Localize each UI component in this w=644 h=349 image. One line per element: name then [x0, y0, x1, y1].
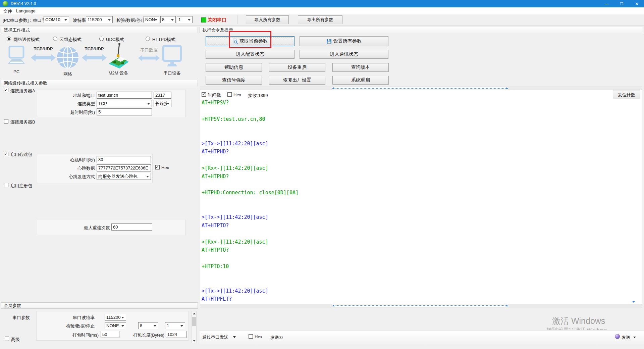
toolbar-separator	[237, 15, 237, 24]
radio-udc-mode[interactable]	[99, 37, 104, 41]
parity-select[interactable]: NONI	[144, 16, 159, 23]
maximize-button[interactable]: ❐	[614, 0, 629, 7]
server-b-checkbox[interactable]	[4, 119, 8, 123]
scroll-down-icon[interactable]	[193, 340, 196, 342]
com-port-value: COM10	[44, 17, 64, 22]
scroll-right-marker-icon[interactable]	[505, 305, 508, 306]
timeout-input[interactable]: 5	[97, 108, 152, 115]
send-hex-label: Hex	[255, 334, 262, 339]
enter-comm-button[interactable]: 进入通讯状态	[300, 50, 388, 59]
radio-httpd-label[interactable]: HTTPD模式	[152, 37, 175, 43]
m2m-device-icon	[107, 43, 130, 71]
send-hex-checkbox[interactable]	[249, 334, 253, 339]
scroll-left-marker-icon[interactable]	[332, 305, 335, 306]
pack-len-input[interactable]: 1024	[166, 331, 186, 338]
register-label: 启用注册包	[10, 183, 32, 189]
scroll-up-icon[interactable]	[193, 313, 196, 314]
com-port-select[interactable]: COM10	[44, 16, 69, 23]
menu-language[interactable]: Language	[16, 8, 36, 13]
log-line	[202, 181, 621, 189]
radio-cloud-mode[interactable]	[53, 37, 57, 41]
set-all-params-button[interactable]: 设置所有参数	[300, 36, 388, 46]
log-line	[202, 279, 621, 287]
server-address-input[interactable]: test.usr.cn	[97, 92, 152, 99]
log-line: +HTPSV:test.usr.cn,80	[202, 115, 621, 123]
menu-file[interactable]: 文件	[3, 8, 12, 14]
help-info-button[interactable]: 帮助信息	[206, 63, 262, 72]
factory-reset-button[interactable]: 恢复出厂设置	[269, 76, 325, 85]
serial-group-label: 串口参数	[12, 315, 30, 321]
global-parity-select[interactable]: NONE	[105, 322, 126, 329]
close-button[interactable]: ✕	[629, 0, 644, 7]
conn-type-select[interactable]: TCP	[97, 100, 152, 107]
system-restart-button[interactable]: 系统重启	[332, 76, 389, 85]
send-button[interactable]: 发送	[622, 335, 630, 341]
left-vertical-scrollbar[interactable]	[192, 311, 197, 343]
log-line: >[Tx->][11:42:20][asc]	[202, 140, 621, 148]
advanced-checkbox[interactable]	[5, 337, 9, 341]
heartbeat-mode-select[interactable]: 向服务器发送心跳包	[97, 173, 151, 180]
baud-select[interactable]: 115200	[86, 16, 113, 23]
log-scroll-down-icon[interactable]	[632, 301, 635, 303]
conn-type-value: TCP	[97, 101, 147, 106]
chevron-down-icon[interactable]	[233, 336, 236, 338]
scroll-left-marker-icon[interactable]	[332, 87, 335, 89]
reset-counter-button[interactable]: 复位计数	[613, 91, 640, 99]
server-a-checkbox[interactable]	[4, 88, 8, 92]
window-title: DR514 V2.1.3	[11, 1, 36, 6]
radio-udc-label[interactable]: UDC模式	[106, 37, 124, 43]
radio-net-transparent-label[interactable]: 网络透传模式	[13, 37, 40, 43]
timestamp-checkbox[interactable]	[202, 92, 206, 97]
heartbeat-hex-checkbox[interactable]	[155, 165, 160, 169]
send-via-serial-dropdown[interactable]: 通过串口发送	[202, 334, 228, 340]
activate-windows-watermark: 激活 Windows	[552, 315, 605, 327]
conn-mode-select[interactable]: 长连接	[154, 100, 171, 107]
heartbeat-data-input[interactable]: 7777772E7573722E636E	[97, 164, 151, 171]
minimize-button[interactable]: —	[599, 0, 614, 7]
databits-select[interactable]: 8	[160, 16, 176, 23]
import-params-button[interactable]: 导入所有参数	[246, 15, 289, 24]
work-mode-header: 选择工作模式	[1, 27, 198, 33]
radio-net-transparent-mode[interactable]	[7, 37, 11, 41]
pack-time-input[interactable]: 50	[101, 331, 119, 338]
serial-device-icon	[162, 45, 182, 69]
register-checkbox[interactable]	[4, 183, 8, 187]
log-top-scrollbar[interactable]	[200, 87, 642, 90]
log-hex-checkbox[interactable]	[227, 92, 232, 97]
global-databits-value: 8	[139, 323, 154, 328]
global-parity-label: 检验/数据/停止	[54, 323, 95, 329]
stopbits-select[interactable]: 1	[177, 16, 193, 23]
enter-config-button[interactable]: 进入配置状态	[206, 50, 294, 59]
global-baud-label: 串口波特率	[54, 315, 95, 321]
close-serial-button[interactable]: 关闭串口	[208, 17, 226, 23]
scroll-right-marker-icon[interactable]	[505, 87, 508, 89]
max-reconnect-input[interactable]: 60	[111, 223, 152, 231]
heartbeat-time-input[interactable]: 30	[97, 156, 151, 163]
log-line	[202, 156, 621, 164]
chevron-down-icon[interactable]	[633, 337, 636, 338]
pc-icon	[7, 46, 25, 68]
heartbeat-checkbox[interactable]	[4, 152, 8, 156]
log-line: +HTPTO:10	[202, 262, 621, 270]
query-signal-button[interactable]: 查信号强度	[206, 76, 262, 85]
server-port-input[interactable]: 2317	[154, 92, 171, 99]
pc-serial-port-label: [PC串口参数]：串口号	[3, 17, 46, 23]
global-databits-select[interactable]: 8	[138, 322, 158, 329]
scroll-track[interactable]	[332, 304, 508, 307]
device-restart-button[interactable]: 设备重启	[269, 63, 325, 72]
heartbeat-mode-value: 向服务器发送心跳包	[97, 173, 146, 180]
scroll-track[interactable]	[332, 87, 508, 90]
global-stopbits-select[interactable]: 1	[165, 322, 185, 329]
radio-httpd-mode[interactable]	[146, 37, 150, 41]
log-bottom-scrollbar[interactable]	[200, 304, 642, 307]
radio-cloud-label[interactable]: 云组态模式	[60, 37, 82, 43]
export-params-button[interactable]: 导出所有参数	[298, 15, 342, 24]
log-line: AT+HTPFLT?	[202, 295, 621, 303]
global-baud-select[interactable]: 115200	[105, 314, 126, 321]
scroll-thumb[interactable]	[192, 317, 196, 326]
query-version-button[interactable]: 查询版本	[332, 63, 389, 72]
log-lines[interactable]: AT+HTPSV?+HTPSV:test.usr.cn,80>[Tx->][11…	[202, 99, 621, 303]
scroll-dots	[335, 305, 505, 306]
chevron-down-icon	[155, 19, 157, 22]
chevron-down-icon	[167, 103, 169, 106]
